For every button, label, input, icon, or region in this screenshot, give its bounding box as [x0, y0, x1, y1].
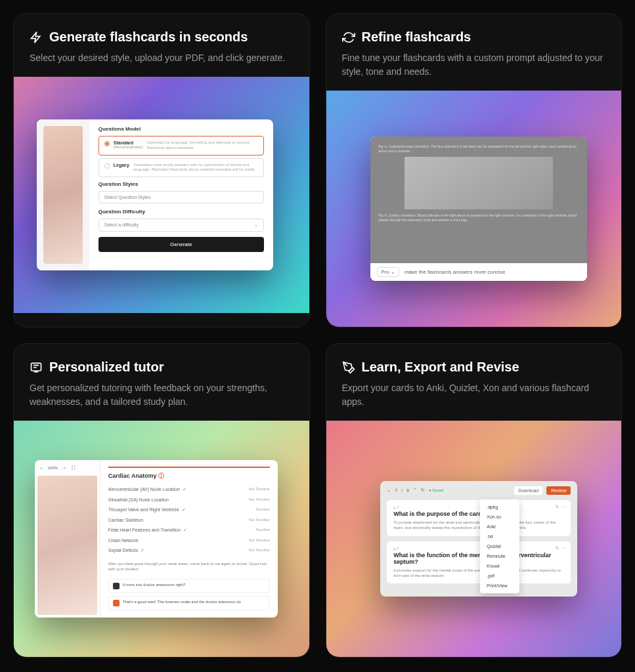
document-preview: Fig. 6. Cardiopulmonary circulation. The… [370, 136, 587, 263]
download-button[interactable]: Download [514, 486, 542, 495]
flashcard-answer: It provides support for the medial cusps… [393, 568, 564, 579]
zoom-level[interactable]: 100% [47, 465, 59, 471]
topic-row[interactable]: Septal Defects✓Not Familiar [108, 545, 270, 556]
export-option[interactable]: .pdf [480, 571, 519, 581]
option-legacy[interactable]: Legacy Generates more wordy answers with… [99, 158, 264, 178]
export-option[interactable]: .apkg [480, 502, 519, 512]
refresh-icon[interactable]: ↻ [421, 488, 425, 493]
preview-export: ⌄ 7 / 9 ⌃ ↻ ● Saved Download Review .apk… [326, 421, 622, 657]
prompt-input[interactable]: make the flashcards answers more concise [405, 269, 505, 275]
more-icon[interactable]: ⋯ [561, 545, 567, 551]
export-dropdown[interactable]: .apkgXon.soAnki.txtQuizletRemnoteKnowt.p… [480, 499, 519, 593]
preview-generate: Questions Model Standard (Recommended) O… [14, 77, 309, 313]
preview-refine: Fig. 6. Cardiopulmonary circulation. The… [326, 91, 622, 327]
svg-rect-0 [32, 363, 41, 371]
card-desc: Export your cards to Anki, Quizlet, Xon … [342, 381, 606, 409]
chat-message-user: It turns into ductus arteriosum right? [108, 579, 270, 593]
chevron-down-icon: ⌄ [391, 269, 395, 275]
topic-row[interactable]: Tricuspid Valve and Right Ventricle✓Fami… [108, 505, 270, 515]
refresh-icon [342, 31, 355, 44]
deck-title: Cardiac Anatomy [108, 472, 157, 479]
export-option[interactable]: Xon.so [480, 512, 519, 522]
avatar-user [113, 583, 120, 589]
avatar-assistant [113, 600, 120, 606]
saved-status: ● Saved [429, 488, 443, 492]
edit-icon[interactable]: ✎ [555, 545, 559, 551]
chevron-down-icon: ⌄ [254, 222, 258, 228]
pdf-thumbnail [37, 119, 89, 270]
flashcard-question: What is the purpose of the cardiac skele… [393, 511, 564, 517]
lightning-icon [30, 31, 43, 44]
flashcard[interactable]: ✎⋯ p.7 What is the function of the membr… [387, 541, 571, 584]
chevron-up-icon[interactable]: ⌃ [413, 488, 417, 493]
generate-button[interactable]: Generate [99, 237, 264, 252]
flashcard[interactable]: ✎⋯ p.7 What is the purpose of the cardia… [387, 500, 571, 536]
export-option[interactable]: Remnote [480, 551, 519, 561]
tutor-note: After you have gone through your weak ar… [108, 561, 270, 572]
radio-icon [104, 163, 110, 169]
option-standard[interactable]: Standard (Recommended) Optimised for lan… [99, 136, 264, 156]
model-label: Questions Model [99, 126, 264, 132]
more-icon[interactable]: ⋯ [561, 504, 567, 510]
feature-card-generate: Generate flashcards in seconds Select yo… [13, 13, 310, 327]
expand-icon[interactable]: ⤢ [62, 464, 68, 471]
model-selector[interactable]: Pro ⌄ [377, 267, 399, 277]
card-desc: Select your desired style, upload your P… [30, 51, 294, 65]
flashcard-question: What is the function of the membranous i… [393, 552, 564, 565]
topic-row[interactable]: Fetal Heart Features and Transition✓Fami… [108, 525, 270, 536]
card-title: Personalized tutor [49, 360, 164, 375]
fullscreen-icon[interactable]: ⛶ [70, 465, 77, 471]
topic-row[interactable]: Cardiac SkeletonNot Familiar [108, 515, 270, 525]
pen-icon [342, 361, 355, 374]
tutor-icon [30, 361, 43, 374]
chat-message-assistant: That's a good start! The foramen ovale a… [108, 596, 270, 610]
preview-tutor: ⌕ 100% ⤢ ⛶ Cardiac Anatomy ⓘ Atrioventri… [14, 421, 309, 657]
review-button[interactable]: Review [546, 486, 571, 495]
export-option[interactable]: Anki [480, 522, 519, 532]
export-option[interactable]: Knowt [480, 561, 519, 571]
difficulty-label: Question Difficulty [99, 209, 264, 215]
card-desc: Get personalized tutoring with feedback … [30, 381, 294, 409]
export-option[interactable]: Print/View [480, 581, 519, 591]
card-desc: Fine tune your flashcards with a custom … [342, 51, 606, 79]
flashcard-answer: To provide attachment for the atrial and… [393, 520, 564, 531]
export-option[interactable]: Quizlet [480, 541, 519, 551]
search-icon[interactable]: ⌕ [39, 465, 44, 471]
feature-card-refine: Refine flashcards Fine tune your flashca… [326, 13, 623, 327]
styles-label: Question Styles [99, 181, 264, 187]
difficulty-select[interactable]: Select a difficulty⌄ [99, 219, 264, 232]
card-title: Learn, Export and Revise [362, 360, 519, 375]
edit-icon[interactable]: ✎ [555, 504, 559, 510]
page-total: 9 [406, 488, 409, 493]
topic-row[interactable]: Chiari NetworkNot Familiar [108, 536, 270, 545]
feature-card-export: Learn, Export and Revise Export your car… [326, 343, 623, 658]
styles-select[interactable]: Select Question Styles [99, 191, 264, 203]
page-current: 7 [395, 488, 397, 493]
card-title: Refine flashcards [362, 30, 471, 45]
export-option[interactable]: .txt [480, 532, 519, 541]
topic-row[interactable]: Atrioventricular (AV) Node Location✓Not … [108, 484, 270, 495]
card-title: Generate flashcards in seconds [49, 30, 248, 45]
radio-icon [104, 141, 110, 146]
feature-card-tutor: Personalized tutor Get personalized tuto… [13, 343, 310, 658]
chevron-down-icon[interactable]: ⌄ [387, 488, 391, 493]
pdf-panel: ⌕ 100% ⤢ ⛶ [35, 460, 100, 618]
topic-row[interactable]: Sinoatrial (SA) Node LocationNot Familia… [108, 495, 270, 505]
